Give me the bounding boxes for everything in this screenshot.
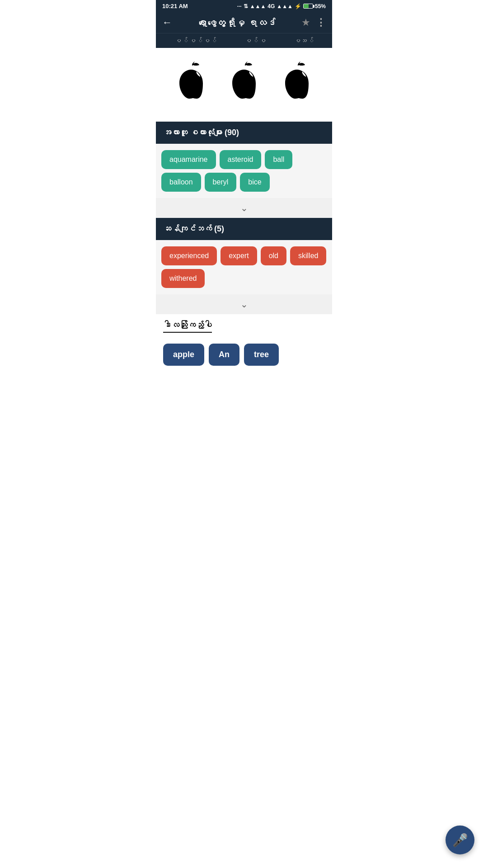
signal-bars: ▲▲▲ [250, 3, 266, 9]
battery-percent: 55% [315, 3, 326, 9]
back-button[interactable]: ← [162, 17, 172, 28]
word-an[interactable]: An [209, 344, 239, 366]
app-header: ← ရှာဖွေတွေ့ရိုမှ ရလဒ် ★ ⋮ [156, 12, 332, 33]
synonym-tags-container: experienced expert old skilled withered [156, 240, 332, 294]
tag-expert[interactable]: expert [221, 246, 257, 265]
apple-icon-3 [279, 61, 315, 108]
tag-balloon[interactable]: balloon [161, 173, 201, 192]
tag-experienced[interactable]: experienced [161, 246, 217, 265]
tag-asteroid[interactable]: asteroid [220, 150, 262, 169]
tag-bice[interactable]: bice [240, 173, 269, 192]
charging-icon: ⚡ [295, 3, 301, 9]
related-section-title: အလားတူ စကားလုံးများ (90) [163, 128, 239, 137]
related-tags-container: aquamarine asteroid ball balloon beryl b… [156, 144, 332, 198]
subnav-item-1[interactable]: ပ ် ပ ် ပ ် [175, 37, 216, 44]
battery [303, 4, 313, 9]
tag-withered[interactable]: withered [161, 269, 205, 288]
tag-skilled[interactable]: skilled [290, 246, 326, 265]
chevron-down-icon: ⌄ [240, 203, 248, 213]
proverbs-title: ဒါလည်းကြည့်ပါ [163, 321, 212, 333]
star-button[interactable]: ★ [301, 17, 310, 28]
network-type: 4G [267, 3, 275, 9]
signal-dots: ··· [237, 3, 242, 9]
synonym-section-header: ဆန်ကျင်ဘက် (5) [156, 218, 332, 240]
status-right: ··· ⇅ ▲▲▲ 4G ▲▲▲ ⚡ 55% [237, 3, 326, 9]
synonym-section-title: ဆန်ကျင်ဘက် (5) [163, 224, 224, 233]
subnav-item-3[interactable]: ပသ ် [294, 37, 313, 44]
tag-aquamarine[interactable]: aquamarine [161, 150, 216, 169]
synonym-tags-row: experienced expert old skilled withered [161, 246, 327, 288]
status-bar: 10:21 AM ··· ⇅ ▲▲▲ 4G ▲▲▲ ⚡ 55% [156, 0, 332, 12]
apple-icons-area [156, 48, 332, 122]
subnav-item-2[interactable]: ပ ် ပ [245, 37, 266, 44]
related-tags-row: aquamarine asteroid ball balloon beryl b… [161, 150, 327, 192]
word-apple[interactable]: apple [163, 344, 204, 366]
synonym-expand-button[interactable]: ⌄ [156, 294, 332, 314]
bottom-words-row: apple An tree [163, 339, 325, 402]
header-title: ရှာဖွေတွေ့ရိုမှ ရလဒ် [178, 18, 296, 28]
signal-arrows: ⇅ [244, 3, 248, 9]
related-expand-button[interactable]: ⌄ [156, 198, 332, 218]
sub-navigation: ပ ် ပ ် ပ ် ပ ် ပ ပသ ် [156, 33, 332, 48]
signal-bars-2: ▲▲▲ [277, 3, 293, 9]
status-time: 10:21 AM [162, 3, 188, 9]
apple-icon-2 [226, 61, 262, 108]
tag-ball[interactable]: ball [265, 150, 292, 169]
word-tree[interactable]: tree [244, 344, 279, 366]
tag-old[interactable]: old [261, 246, 286, 265]
apple-icon-1 [173, 61, 209, 108]
chevron-down-icon-2: ⌄ [240, 299, 248, 310]
tag-beryl[interactable]: beryl [205, 173, 237, 192]
menu-button[interactable]: ⋮ [316, 18, 326, 28]
proverbs-section: ဒါလည်းကြည့်ပါ apple An tree [156, 314, 332, 404]
related-section-header: အလားတူ စကားလုံးများ (90) [156, 122, 332, 144]
